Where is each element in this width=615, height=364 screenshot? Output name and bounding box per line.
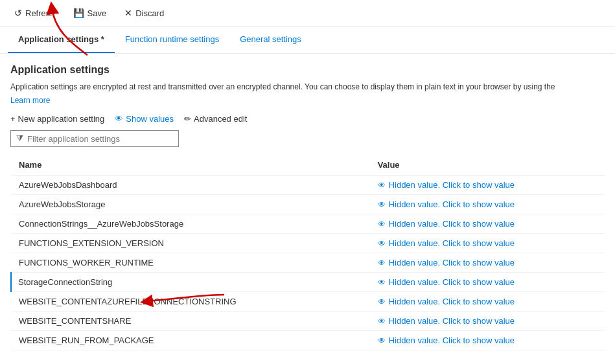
table-row: ConnectionStrings__AzureWebJobsStorage👁H… [11,214,605,234]
eye-icon: 👁 [378,258,386,267]
tabs: Application settings * Function runtime … [0,27,615,54]
refresh-label: Refresh [25,8,55,18]
table-row: AzureWebJobsDashboard👁Hidden value. Clic… [11,176,605,195]
eye-icon: 👁 [378,278,386,287]
hidden-value-text: Hidden value. Click to show value [389,316,515,326]
new-setting-label: New application setting [18,114,105,124]
plus-icon: + [10,114,16,124]
page-title: Application settings [10,64,605,76]
action-bar: + New application setting 👁 Show values … [10,114,605,124]
setting-name: StorageConnectionString [11,273,370,292]
show-values-label: Show values [126,114,174,124]
setting-name: WEBSITE_RUN_FROM_PACKAGE [11,331,370,350]
setting-name: FUNCTIONS_WORKER_RUNTIME [11,253,370,273]
setting-value[interactable]: 👁Hidden value. Click to show value [370,214,605,234]
eye-icon: 👁 [378,336,386,345]
setting-name: FUNCTIONS_EXTENSION_VERSION [11,234,370,253]
filter-input[interactable] [27,134,173,144]
eye-icon: 👁 [378,181,386,190]
discard-label: Discard [135,8,164,18]
content-area: Application settings Application setting… [0,54,615,361]
setting-value[interactable]: 👁Hidden value. Click to show value [370,195,605,214]
filter-input-wrapper[interactable]: ⧩ [10,130,179,147]
advanced-edit-label: Advanced edit [194,114,247,124]
hidden-value-link[interactable]: 👁Hidden value. Click to show value [378,180,597,190]
save-icon: 💾 [73,8,84,18]
setting-value[interactable]: 👁Hidden value. Click to show value [370,331,605,350]
col-name-header: Name [11,155,370,176]
learn-more-link[interactable]: Learn more [10,96,50,105]
setting-name: ConnectionStrings__AzureWebJobsStorage [11,214,370,234]
setting-value[interactable]: 👁Hidden value. Click to show value [370,176,605,195]
hidden-value-link[interactable]: 👁Hidden value. Click to show value [378,199,597,209]
show-values-button[interactable]: 👁 Show values [115,114,174,124]
table-row: WEBSITE_CONTENTAZUREFILECONNECTIONSTRING… [11,292,605,312]
eye-show-icon: 👁 [115,114,123,124]
hidden-value-link[interactable]: 👁Hidden value. Click to show value [378,238,597,248]
advanced-edit-button[interactable]: ✏ Advanced edit [184,114,247,124]
settings-table: Name Value AzureWebJobsDashboard👁Hidden … [10,155,605,350]
hidden-value-link[interactable]: 👁Hidden value. Click to show value [378,277,597,287]
eye-icon: 👁 [378,220,386,229]
setting-name: WEBSITE_CONTENTSHARE [11,312,370,331]
tab-application-settings[interactable]: Application settings * [8,27,115,53]
hidden-value-text: Hidden value. Click to show value [389,199,515,209]
setting-value[interactable]: 👁Hidden value. Click to show value [370,253,605,273]
refresh-button[interactable]: ↺ Refresh [8,4,62,22]
table-row: AzureWebJobsStorage👁Hidden value. Click … [11,195,605,214]
hidden-value-text: Hidden value. Click to show value [389,180,515,190]
hidden-value-text: Hidden value. Click to show value [389,238,515,248]
hidden-value-link[interactable]: 👁Hidden value. Click to show value [378,336,597,345]
hidden-value-link[interactable]: 👁Hidden value. Click to show value [378,219,597,229]
hidden-value-text: Hidden value. Click to show value [389,297,515,306]
hidden-value-link[interactable]: 👁Hidden value. Click to show value [378,297,597,306]
discard-icon: ✕ [124,8,132,18]
table-row: FUNCTIONS_WORKER_RUNTIME👁Hidden value. C… [11,253,605,273]
toolbar: ↺ Refresh 💾 Save ✕ Discard [0,0,615,27]
description-text: Application settings are encrypted at re… [10,81,605,93]
table-row: StorageConnectionString👁Hidden value. Cl… [11,273,605,292]
setting-value[interactable]: 👁Hidden value. Click to show value [370,312,605,331]
eye-icon: 👁 [378,239,386,248]
setting-value[interactable]: 👁Hidden value. Click to show value [370,292,605,312]
new-setting-button[interactable]: + New application setting [10,114,104,124]
save-label: Save [87,8,107,18]
hidden-value-text: Hidden value. Click to show value [389,258,515,267]
setting-name: AzureWebJobsDashboard [11,176,370,195]
refresh-icon: ↺ [14,8,22,18]
tab-function-runtime[interactable]: Function runtime settings [115,27,229,53]
filter-icon: ⧩ [16,133,23,144]
eye-icon: 👁 [378,297,386,306]
eye-icon: 👁 [378,200,386,209]
table-row: WEBSITE_CONTENTSHARE👁Hidden value. Click… [11,312,605,331]
hidden-value-text: Hidden value. Click to show value [389,336,515,345]
hidden-value-text: Hidden value. Click to show value [389,277,515,287]
discard-button[interactable]: ✕ Discard [118,4,170,22]
eye-icon: 👁 [378,317,386,326]
hidden-value-link[interactable]: 👁Hidden value. Click to show value [378,258,597,267]
col-value-header: Value [370,155,605,176]
filter-container: ⧩ [10,130,605,147]
setting-value[interactable]: 👁Hidden value. Click to show value [370,234,605,253]
table-row: FUNCTIONS_EXTENSION_VERSION👁Hidden value… [11,234,605,253]
hidden-value-text: Hidden value. Click to show value [389,219,515,229]
setting-name: AzureWebJobsStorage [11,195,370,214]
edit-icon: ✏ [184,114,191,124]
setting-name: WEBSITE_CONTENTAZUREFILECONNECTIONSTRING [11,292,370,312]
table-row: WEBSITE_RUN_FROM_PACKAGE👁Hidden value. C… [11,331,605,350]
setting-value[interactable]: 👁Hidden value. Click to show value [370,273,605,292]
hidden-value-link[interactable]: 👁Hidden value. Click to show value [378,316,597,326]
tab-general-settings[interactable]: General settings [229,27,312,53]
save-button[interactable]: 💾 Save [67,4,113,22]
